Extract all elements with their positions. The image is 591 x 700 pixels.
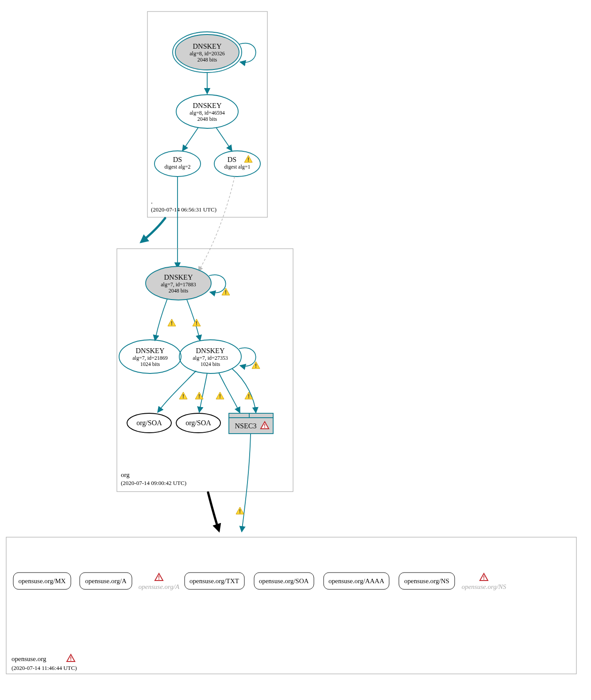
warning-icon — [216, 392, 224, 400]
node-soa: opensuse.org/SOA — [254, 573, 314, 589]
node-org-ksk: DNSKEY alg=7, id=17883 2048 bits — [146, 266, 211, 300]
delegation-org-opensuse — [208, 492, 219, 530]
svg-text:2048 bits: 2048 bits — [169, 288, 189, 294]
edge-zsk2-soa1 — [158, 371, 196, 412]
node-aaaa: opensuse.org/AAAA — [324, 573, 389, 589]
svg-text:opensuse.org/MX: opensuse.org/MX — [19, 577, 66, 585]
edge-ds1-orgksk-dashed — [198, 177, 235, 271]
svg-rect-33 — [229, 413, 273, 418]
zone-label-root: . — [151, 198, 153, 205]
dnssec-diagram: ! ! . (2020-07-14 06:56:31 UTC) DNSKEY a… — [0, 0, 591, 700]
node-a-faded: opensuse.org/A — [139, 573, 180, 590]
delegation-root-org — [142, 218, 165, 242]
node-ns-faded: opensuse.org/NS — [462, 573, 506, 590]
node-ns: opensuse.org/NS — [399, 573, 455, 589]
error-icon — [155, 573, 163, 581]
svg-text:DNSKEY: DNSKEY — [193, 42, 222, 50]
svg-text:1024 bits: 1024 bits — [140, 361, 160, 367]
svg-text:opensuse.org/NS: opensuse.org/NS — [462, 583, 506, 590]
error-icon — [480, 573, 488, 581]
svg-text:alg=7, id=27353: alg=7, id=27353 — [193, 355, 228, 361]
svg-text:digest alg=1: digest alg=1 — [224, 164, 250, 170]
svg-text:opensuse.org/SOA: opensuse.org/SOA — [259, 577, 309, 585]
node-org-zsk2: DNSKEY alg=7, id=27353 1024 bits — [179, 340, 241, 373]
node-org-soa2: org/SOA — [176, 413, 220, 433]
node-root-ksk: DNSKEY alg=8, id=20326 2048 bits — [173, 32, 242, 73]
node-txt: opensuse.org/TXT — [185, 573, 244, 589]
svg-text:DNSKEY: DNSKEY — [136, 347, 165, 354]
warning-icon — [244, 155, 252, 163]
warning-icon — [168, 319, 176, 327]
zone-time-root: (2020-07-14 06:56:31 UTC) — [151, 206, 216, 213]
edge-orgksk-zsk2 — [187, 300, 200, 341]
svg-text:DNSKEY: DNSKEY — [196, 347, 225, 354]
zone-label-org: org — [121, 471, 130, 478]
node-ds1: DS digest alg=1 — [214, 151, 260, 177]
warning-icon — [195, 392, 203, 400]
warning-icon — [179, 392, 187, 400]
svg-text:alg=8, id=20326: alg=8, id=20326 — [189, 50, 225, 57]
edge-rootzsk-ds2 — [182, 127, 198, 151]
node-ds2: DS digest alg=2 — [155, 151, 201, 177]
svg-text:1024 bits: 1024 bits — [201, 361, 220, 367]
svg-text:alg=7, id=21869: alg=7, id=21869 — [132, 355, 168, 361]
svg-text:2048 bits: 2048 bits — [197, 116, 217, 122]
warning-icon — [222, 288, 230, 296]
svg-text:DS: DS — [228, 156, 236, 163]
edge-nsec3-opensuse — [242, 434, 251, 532]
svg-text:org/SOA: org/SOA — [185, 419, 211, 427]
node-root-zsk: DNSKEY alg=8, id=46594 2048 bits — [176, 95, 238, 128]
svg-text:opensuse.org/NS: opensuse.org/NS — [404, 577, 449, 585]
svg-text:opensuse.org/TXT: opensuse.org/TXT — [189, 577, 239, 585]
svg-text:org/SOA: org/SOA — [136, 419, 162, 427]
zone-box-opensuse — [6, 537, 576, 674]
node-org-soa1: org/SOA — [127, 413, 171, 433]
warning-icon — [193, 319, 201, 327]
svg-text:opensuse.org/A: opensuse.org/A — [85, 577, 127, 585]
zone-time-opensuse: (2020-07-14 11:46:44 UTC) — [12, 665, 77, 671]
node-mx: opensuse.org/MX — [13, 573, 71, 589]
node-nsec3: NSEC3 — [229, 413, 273, 434]
svg-text:alg=7, id=17883: alg=7, id=17883 — [161, 281, 196, 288]
zone-time-org: (2020-07-14 09:00:42 UTC) — [121, 480, 186, 486]
node-a: opensuse.org/A — [80, 573, 132, 589]
error-icon — [67, 654, 75, 662]
edge-orgksk-zsk1 — [155, 299, 167, 341]
svg-text:DS: DS — [173, 156, 182, 163]
edge-zsk2-nsec3b — [232, 369, 256, 413]
warning-icon — [252, 362, 260, 369]
warning-icon — [236, 507, 244, 515]
svg-text:digest alg=2: digest alg=2 — [164, 164, 190, 170]
edge-zsk2-soa2 — [199, 373, 207, 412]
svg-text:2048 bits: 2048 bits — [197, 57, 217, 63]
node-org-zsk1: DNSKEY alg=7, id=21869 1024 bits — [119, 340, 181, 373]
svg-text:NSEC3: NSEC3 — [235, 422, 257, 430]
zone-label-opensuse: opensuse.org — [12, 655, 46, 662]
edge-rootzsk-ds1 — [216, 127, 232, 151]
svg-text:DNSKEY: DNSKEY — [164, 273, 193, 281]
svg-text:DNSKEY: DNSKEY — [193, 102, 222, 109]
svg-text:opensuse.org/A: opensuse.org/A — [139, 583, 180, 590]
edge-zsk2-nsec3a — [219, 373, 240, 413]
svg-text:alg=8, id=46594: alg=8, id=46594 — [189, 110, 225, 116]
svg-text:opensuse.org/AAAA: opensuse.org/AAAA — [328, 577, 384, 585]
